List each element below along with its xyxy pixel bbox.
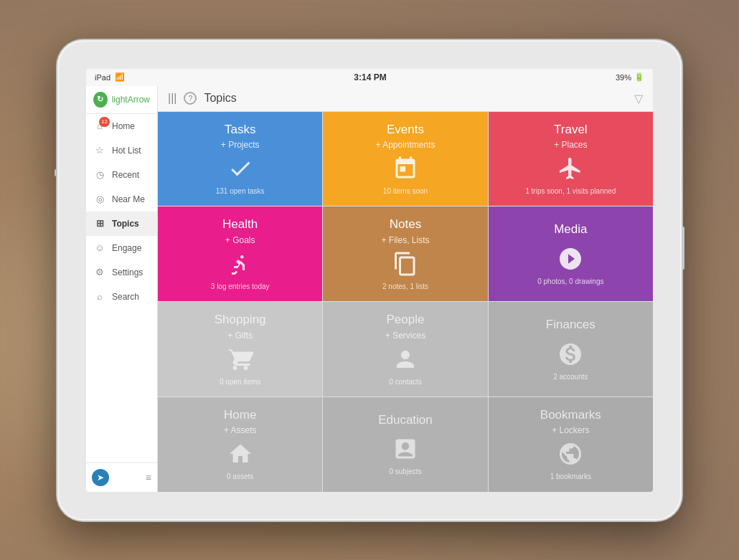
sidebar-item-nearme[interactable]: ◎ Near Me [86,187,157,212]
topic-title-people: People [387,313,425,327]
topic-count-travel: 1 trips soon, 1 visits planned [525,187,616,195]
sidebar-item-hotlist-label: Hot List [112,146,141,156]
topic-count-shopping: 0 open items [220,378,260,386]
files-icon [392,251,418,277]
sidebar: ↻ lightArrow ⌂ Home 12 ☆ Hot List ◷ Rece… [86,86,158,492]
sidebar-item-recent-label: Recent [112,170,139,180]
engage-icon: ☺ [93,242,106,255]
battery-percent: 39% [616,73,631,82]
calendar-icon [392,156,418,181]
sidebar-item-search[interactable]: ⌕ Search [86,285,157,309]
sidebar-item-search-label: Search [112,292,139,302]
status-left: iPad 📶 [95,72,125,82]
plane-icon [557,156,583,181]
sidebar-item-home[interactable]: ⌂ Home 12 [86,114,157,138]
footer-logo[interactable]: ➤ [92,469,109,486]
battery-icon: 🔋 [634,72,644,82]
top-bar-left: ||| ? Topics [168,92,237,105]
logo-text: lightArrow [112,95,150,105]
sidebar-item-hotlist[interactable]: ☆ Hot List [86,138,157,163]
topic-title-shopping: Shopping [215,313,266,327]
app-area: ↻ lightArrow ⌂ Home 12 ☆ Hot List ◷ Rece… [86,86,653,492]
sidebar-item-topics[interactable]: ⊞ Topics [86,212,157,236]
topic-cell-home[interactable]: Home + Assets 0 assets [158,397,322,492]
topic-cell-tasks[interactable]: Tasks + Projects 131 open tasks [158,112,322,207]
topic-count-bookmarks: 1 bookmarks [550,473,591,480]
menu-lines-icon[interactable]: ≡ [146,472,151,483]
topic-subtitle-events: + Appointments [375,140,435,150]
topic-title-notes: Notes [390,217,421,232]
topic-subtitle-home: + Assets [224,425,257,435]
topic-count-people: 0 contacts [389,378,422,386]
location-icon: ◎ [93,193,106,206]
sidebar-header: ↻ lightArrow [86,86,157,114]
topic-count-media: 0 photos, 0 drawings [537,277,603,285]
grid-icon: ⊞ [93,217,106,230]
topic-count-tasks: 131 open tasks [216,187,265,195]
home-badge: 12 [99,117,110,127]
status-time: 3:14 PM [354,72,386,82]
topic-count-home: 0 assets [227,473,253,480]
topic-count-events: 10 items soon [383,187,428,195]
runner-icon [227,251,253,277]
topic-cell-education[interactable]: Education 0 subjects [323,397,487,492]
sidebar-item-home-label: Home [112,121,135,131]
money-icon [557,341,583,367]
search-icon: ⌕ [93,290,106,303]
sidebar-item-nearme-label: Near Me [112,194,145,204]
topic-count-health: 3 log entries today [211,283,270,290]
topic-title-tasks: Tasks [225,123,255,137]
sidebar-item-recent[interactable]: ◷ Recent [86,163,157,187]
topic-title-bookmarks: Bookmarks [540,408,601,422]
ipad-screen: iPad 📶 3:14 PM 39% 🔋 ↻ lightArrow ⌂ Home [86,69,653,492]
logo-icon: ↻ [93,92,108,108]
topic-cell-people[interactable]: People + Services 0 contacts [323,302,487,397]
topic-cell-shopping[interactable]: Shopping + Gifts 0 open items [158,302,322,397]
house-icon [227,441,253,467]
topic-title-events: Events [387,123,424,137]
sidebar-item-topics-label: Topics [112,219,139,229]
sidebar-item-settings-label: Settings [112,267,143,277]
education-icon [392,436,418,462]
checkmark-icon [227,156,253,181]
topic-title-home: Home [224,408,256,422]
topic-count-education: 0 subjects [389,468,421,475]
sidebar-toggle-icon[interactable]: ||| [168,92,176,105]
top-bar: ||| ? Topics ▽ [158,86,653,112]
status-bar: iPad 📶 3:14 PM 39% 🔋 [86,69,653,86]
topic-count-finances: 2 accounts [553,373,588,381]
ipad-shell: iPad 📶 3:14 PM 39% 🔋 ↻ lightArrow ⌂ Home [57,40,682,521]
help-button[interactable]: ? [184,92,197,105]
topic-subtitle-health: + Goals [225,235,255,245]
topic-subtitle-travel: + Places [554,140,587,150]
page-title: Topics [204,92,236,105]
star-icon: ☆ [93,144,106,157]
topic-subtitle-people: + Services [385,331,425,341]
topic-cell-bookmarks[interactable]: Bookmarks + Lockers 1 bookmarks [489,397,653,492]
topic-cell-events[interactable]: Events + Appointments 10 items soon [323,112,487,207]
sidebar-item-engage[interactable]: ☺ Engage [86,236,157,260]
topic-title-media: Media [554,222,587,237]
topics-grid: Tasks + Projects 131 open tasks Events +… [158,112,653,492]
topic-subtitle-notes: + Files, Lists [381,235,429,245]
filter-icon[interactable]: ▽ [634,92,643,105]
person-icon [392,346,418,372]
main-content: ||| ? Topics ▽ Tasks + Projects [158,86,653,492]
sidebar-item-engage-label: Engage [112,243,141,253]
topic-cell-finances[interactable]: Finances 2 accounts [489,302,653,397]
status-right: 39% 🔋 [616,72,644,82]
topic-cell-notes[interactable]: Notes + Files, Lists 2 notes, 1 lists [323,207,487,301]
topic-subtitle-tasks: + Projects [221,140,260,150]
sidebar-footer: ➤ ≡ [86,462,157,492]
settings-icon: ⚙ [93,266,106,279]
topic-cell-travel[interactable]: Travel + Places 1 trips soon, 1 visits p… [489,112,653,207]
device-label: iPad [95,73,110,82]
topic-cell-health[interactable]: Health + Goals 3 log entries today [158,207,322,301]
topic-title-finances: Finances [546,318,596,332]
svg-point-0 [240,255,244,259]
sidebar-item-settings[interactable]: ⚙ Settings [86,260,157,285]
clock-icon: ◷ [93,169,106,181]
power-button[interactable] [682,227,684,270]
topic-cell-media[interactable]: Media 0 photos, 0 drawings [489,207,653,301]
topic-subtitle-bookmarks: + Lockers [552,425,589,435]
